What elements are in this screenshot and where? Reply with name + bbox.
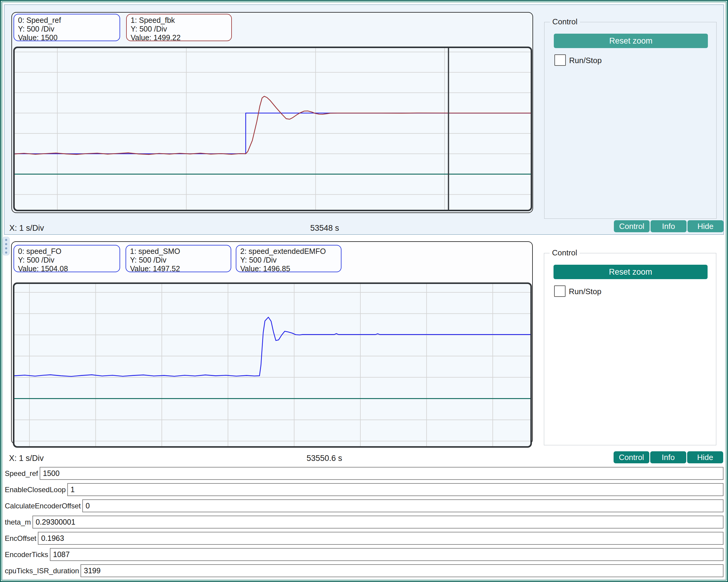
channel-legend-speed-ref[interactable]: 0: Speed_ref Y: 500 /Div Value: 1500 xyxy=(14,14,120,41)
splitter-dot xyxy=(5,243,7,245)
channel-legend-speed-smo[interactable]: 1: speed_SMO Y: 500 /Div Value: 1497.52 xyxy=(126,245,231,272)
info-button-1[interactable]: Info xyxy=(651,220,686,232)
splitter-dot xyxy=(5,247,7,249)
legend-value: Value: 1499.22 xyxy=(131,33,231,42)
splitter-dot xyxy=(5,252,7,254)
scope-container-2[interactable]: 0: speed_FO Y: 500 /Div Value: 1504.08 1… xyxy=(11,241,533,445)
control-groupbox-2: Control Reset zoom Run/Stop xyxy=(544,253,716,445)
channel-legend-speed-extended-emfo[interactable]: 2: speed_extendedEMFO Y: 500 /Div Value:… xyxy=(236,245,341,272)
form-row-calculate-encoder-offset: CalculateEncoderOffset xyxy=(0,499,728,512)
form-row-theta-m: theta_m xyxy=(0,515,728,529)
form-row-cputicks-isr-duration: cpuTicks_ISR_duration xyxy=(0,564,728,577)
splitter-dot xyxy=(5,239,7,241)
field-label: EnableClosedLoop xyxy=(5,485,66,494)
form-row-speed-ref: Speed_ref xyxy=(0,467,728,480)
field-label: CalculateEncoderOffset xyxy=(5,502,81,510)
info-button-2[interactable]: Info xyxy=(650,451,686,463)
scope-panel-1: 0: Speed_ref Y: 500 /Div Value: 1500 1: … xyxy=(4,4,724,235)
x-end-time: 53550.6 s xyxy=(307,454,342,463)
legend-value: Value: 1497.52 xyxy=(130,264,231,273)
encoder-ticks-input[interactable] xyxy=(50,548,724,561)
hide-button-1[interactable]: Hide xyxy=(687,220,724,232)
speed-chart xyxy=(15,48,531,210)
scope-panel-2: 0: speed_FO Y: 500 /Div Value: 1504.08 1… xyxy=(4,237,724,465)
observer-chart xyxy=(15,284,530,446)
splitter-handle[interactable] xyxy=(2,237,9,255)
legend-value: Value: 1496.85 xyxy=(240,264,341,273)
legend-y-div: Y: 500 /Div xyxy=(240,256,341,264)
speed-ref-input[interactable] xyxy=(40,467,724,480)
legend-value: Value: 1500 xyxy=(18,33,120,42)
form-row-enable-closed-loop: EnableClosedLoop xyxy=(0,483,728,496)
field-label: Speed_ref xyxy=(5,469,38,478)
control-button-2[interactable]: Control xyxy=(614,451,649,463)
reset-zoom-button-2[interactable]: Reset zoom xyxy=(553,265,708,279)
calculate-encoder-offset-input[interactable] xyxy=(82,499,724,512)
plot-area-speed[interactable] xyxy=(13,47,532,211)
legend-title: 1: speed_SMO xyxy=(130,247,231,256)
legend-title: 0: speed_FO xyxy=(18,247,120,256)
x-end-time: 53548 s xyxy=(310,224,339,233)
legend-title: 1: Speed_fbk xyxy=(131,16,231,25)
legend-y-div: Y: 500 /Div xyxy=(130,256,231,264)
field-label: cpuTicks_ISR_duration xyxy=(5,567,79,575)
app-window: 0: Speed_ref Y: 500 /Div Value: 1500 1: … xyxy=(0,0,728,582)
enable-closed-loop-input[interactable] xyxy=(67,483,724,496)
hide-button-2[interactable]: Hide xyxy=(687,451,723,463)
legend-title: 2: speed_extendedEMFO xyxy=(240,247,341,256)
x-div-label: X: 1 s/Div xyxy=(9,454,44,463)
control-button-1[interactable]: Control xyxy=(614,220,650,232)
field-label: EncoderTicks xyxy=(5,551,48,559)
run-stop-label: Run/Stop xyxy=(569,287,601,296)
form-row-enc-offset: EncOffset xyxy=(0,532,728,545)
channel-legend-speed-fo[interactable]: 0: speed_FO Y: 500 /Div Value: 1504.08 xyxy=(14,245,120,272)
scope-container-1[interactable]: 0: Speed_ref Y: 500 /Div Value: 1500 1: … xyxy=(11,12,533,213)
field-label: theta_m xyxy=(5,518,31,526)
run-stop-label: Run/Stop xyxy=(569,56,602,65)
legend-y-div: Y: 500 /Div xyxy=(131,25,231,33)
legend-value: Value: 1504.08 xyxy=(18,264,120,273)
legend-title: 0: Speed_ref xyxy=(18,16,120,25)
reset-zoom-button-1[interactable]: Reset zoom xyxy=(554,34,708,48)
plot-area-observers[interactable] xyxy=(13,282,532,448)
x-div-label: X: 1 s/Div xyxy=(9,224,44,233)
form-row-encoder-ticks: EncoderTicks xyxy=(0,548,728,561)
cputicks-isr-duration-input[interactable] xyxy=(80,564,724,577)
run-stop-checkbox-1[interactable] xyxy=(554,54,566,66)
legend-y-div: Y: 500 /Div xyxy=(18,25,120,33)
groupbox-title: Control xyxy=(550,17,580,26)
field-label: EncOffset xyxy=(5,534,36,542)
enc-offset-input[interactable] xyxy=(38,532,724,545)
channel-legend-speed-fbk[interactable]: 1: Speed_fbk Y: 500 /Div Value: 1499.22 xyxy=(126,14,232,41)
control-groupbox-1: Control Reset zoom Run/Stop xyxy=(544,22,717,219)
legend-y-div: Y: 500 /Div xyxy=(18,256,120,264)
theta-m-input[interactable] xyxy=(32,515,724,529)
run-stop-checkbox-2[interactable] xyxy=(554,285,566,297)
groupbox-title: Control xyxy=(550,248,580,257)
